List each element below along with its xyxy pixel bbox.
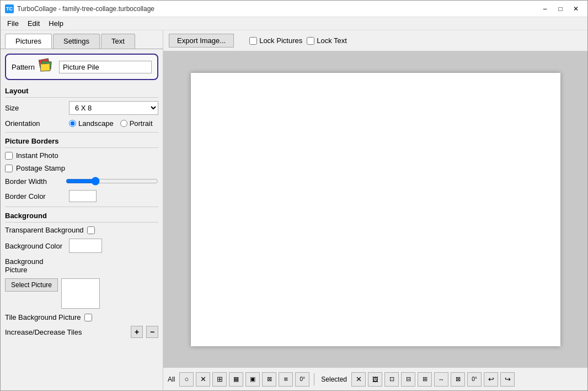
- menu-file[interactable]: File: [3, 18, 23, 29]
- all-btn-circle[interactable]: ○: [179, 372, 194, 387]
- select-picture-row: Select Picture: [5, 278, 158, 309]
- lock-text-label[interactable]: Lock Text: [307, 36, 347, 45]
- increase-tiles-button[interactable]: +: [131, 326, 143, 338]
- landscape-radio[interactable]: [69, 120, 76, 127]
- all-btn-x[interactable]: ✕: [196, 372, 210, 387]
- portrait-label: Portrait: [130, 119, 153, 128]
- tab-settings[interactable]: Settings: [53, 34, 100, 49]
- sel-btn-undo[interactable]: ↩: [484, 372, 498, 387]
- titlebar: TC TurboCollage - family-tree-collage.tu…: [1, 1, 587, 17]
- all-btn-grid2[interactable]: ▦: [229, 372, 243, 387]
- increase-decrease-label: Increase/Decrease Tiles: [5, 328, 127, 336]
- bg-color-swatch[interactable]: [69, 239, 102, 253]
- canvas-area: [163, 51, 587, 367]
- bottom-toolbar: All ○ ✕ ⊞ ▦ ▣ ⊠ ≡ 0° Selected ✕ 🖼 ⊡ ⊟ ⊞ …: [163, 367, 587, 390]
- tab-bar: Pictures Settings Text: [1, 30, 163, 49]
- selected-label: Selected: [321, 376, 347, 383]
- instant-photo-label: Instant Photo: [16, 151, 58, 160]
- border-width-slider[interactable]: [66, 177, 158, 186]
- pattern-selector: Pattern Picture Pile Grid Rows Columns: [5, 54, 158, 80]
- bg-picture-row: Background Picture: [5, 257, 158, 274]
- background-section-header: Background: [5, 212, 158, 223]
- landscape-radio-label[interactable]: Landscape: [69, 119, 114, 128]
- lock-pictures-text: Lock Pictures: [259, 36, 302, 45]
- tab-text[interactable]: Text: [101, 34, 135, 49]
- all-btn-rotate0[interactable]: 0°: [295, 372, 309, 387]
- pile-yellow: [40, 64, 51, 72]
- sel-btn-swap[interactable]: ↔: [434, 372, 448, 387]
- divider-1: [5, 132, 158, 133]
- titlebar-controls: – □ ✕: [538, 3, 583, 14]
- postage-stamp-checkbox[interactable]: [5, 165, 13, 172]
- sel-btn-fill[interactable]: ⊞: [418, 372, 432, 387]
- divider-2: [5, 207, 158, 207]
- tile-bg-checkbox[interactable]: [84, 314, 92, 321]
- orientation-radio-group: Landscape Portrait: [69, 119, 153, 128]
- main-window: TC TurboCollage - family-tree-collage.tu…: [0, 0, 588, 391]
- right-panel: Export Image... Lock Pictures Lock Text: [163, 30, 587, 390]
- right-toolbar: Export Image... Lock Pictures Lock Text: [163, 30, 587, 51]
- all-btn-grid1[interactable]: ⊞: [212, 372, 227, 387]
- all-label: All: [168, 376, 175, 383]
- orientation-label: Orientation: [5, 119, 66, 128]
- all-btn-grid3[interactable]: ▣: [245, 372, 260, 387]
- lock-pictures-label[interactable]: Lock Pictures: [249, 36, 302, 45]
- border-width-row: Border Width: [5, 177, 158, 186]
- instant-photo-checkbox[interactable]: [5, 152, 13, 160]
- select-picture-button[interactable]: Select Picture: [5, 278, 58, 292]
- titlebar-left: TC TurboCollage - family-tree-collage.tu…: [5, 4, 154, 13]
- bg-color-row: Background Color: [5, 239, 158, 253]
- left-panel: Pictures Settings Text Pattern Picture P…: [1, 30, 163, 390]
- border-color-swatch[interactable]: [69, 190, 97, 202]
- all-btn-equal[interactable]: ≡: [279, 372, 293, 387]
- lock-text-text: Lock Text: [317, 36, 347, 45]
- menu-edit[interactable]: Edit: [23, 18, 44, 29]
- pattern-label: Pattern: [12, 63, 35, 71]
- app-icon: TC: [5, 4, 14, 13]
- bg-color-label: Background Color: [5, 242, 66, 250]
- tab-pictures[interactable]: Pictures: [5, 34, 52, 49]
- close-button[interactable]: ✕: [569, 3, 583, 14]
- sel-btn-move[interactable]: ⊠: [451, 372, 465, 387]
- decrease-tiles-button[interactable]: −: [146, 326, 158, 338]
- export-button[interactable]: Export Image...: [169, 34, 234, 47]
- orientation-row: Orientation Landscape Portrait: [5, 119, 158, 128]
- maximize-button[interactable]: □: [553, 3, 568, 14]
- transparent-bg-checkbox[interactable]: [87, 226, 95, 234]
- border-color-label: Border Color: [5, 192, 66, 200]
- size-row: Size 6 X 8 4 X 6 5 X 7 8 X 10 Custom: [5, 101, 158, 115]
- tile-bg-row[interactable]: Tile Background Picture: [5, 313, 158, 321]
- sel-btn-fit[interactable]: ⊟: [401, 372, 415, 387]
- border-width-label: Border Width: [5, 177, 66, 186]
- collage-canvas[interactable]: [191, 73, 560, 346]
- lock-text-checkbox[interactable]: [307, 37, 314, 45]
- pattern-icon: [39, 59, 55, 75]
- postage-stamp-row[interactable]: Postage Stamp: [5, 164, 158, 172]
- border-color-row: Border Color: [5, 190, 158, 202]
- sel-btn-image[interactable]: 🖼: [368, 372, 382, 387]
- sel-btn-x[interactable]: ✕: [351, 372, 366, 387]
- bg-picture-label: Background Picture: [5, 257, 66, 274]
- tile-bg-label: Tile Background Picture: [5, 313, 81, 321]
- picture-borders-section-header: Picture Borders: [5, 137, 158, 148]
- all-btn-grid4[interactable]: ⊠: [262, 372, 276, 387]
- window-title: TurboCollage - family-tree-collage.turbo…: [17, 5, 154, 13]
- size-dropdown[interactable]: 6 X 8 4 X 6 5 X 7 8 X 10 Custom: [69, 101, 158, 115]
- sel-btn-crop[interactable]: ⊡: [384, 372, 399, 387]
- lock-pictures-checkbox[interactable]: [249, 37, 257, 45]
- increase-decrease-row: Increase/Decrease Tiles + −: [5, 326, 158, 338]
- menu-help[interactable]: Help: [44, 18, 68, 29]
- transparent-bg-label: Transparent Background: [5, 226, 84, 234]
- sel-btn-redo[interactable]: ↪: [500, 372, 515, 387]
- lock-group: Lock Pictures Lock Text: [249, 36, 347, 45]
- pattern-dropdown[interactable]: Picture Pile Grid Rows Columns: [59, 61, 152, 73]
- portrait-radio-label[interactable]: Portrait: [120, 119, 153, 128]
- minimize-button[interactable]: –: [538, 3, 552, 14]
- sel-btn-rotate0[interactable]: 0°: [467, 372, 482, 387]
- portrait-radio[interactable]: [120, 120, 127, 127]
- size-label: Size: [5, 104, 66, 112]
- toolbar-separator: [314, 373, 314, 385]
- transparent-bg-row[interactable]: Transparent Background: [5, 226, 158, 234]
- instant-photo-row[interactable]: Instant Photo: [5, 151, 158, 160]
- landscape-label: Landscape: [78, 119, 114, 128]
